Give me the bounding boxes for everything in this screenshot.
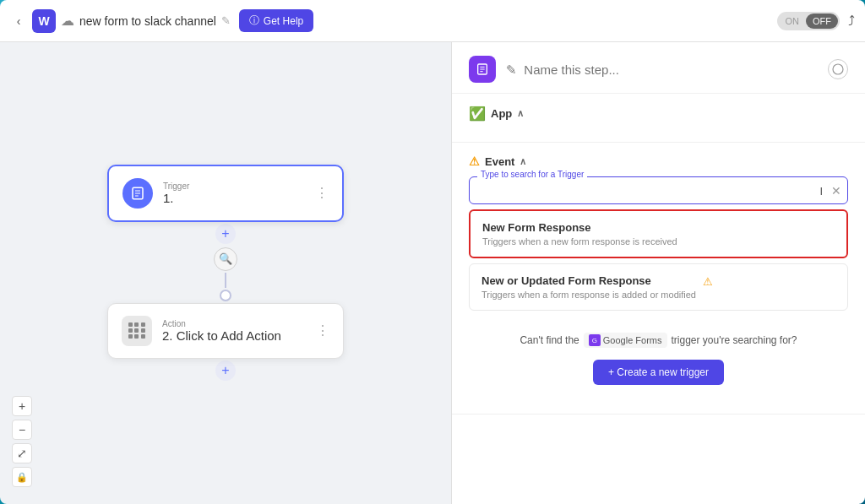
event-section-label: Event	[485, 155, 514, 168]
trigger-node-icon	[122, 178, 153, 209]
get-help-label: Get Help	[264, 15, 303, 27]
connector-line	[225, 273, 226, 288]
create-trigger-button[interactable]: + Create a new trigger	[593, 360, 724, 385]
action-node-icon	[122, 316, 152, 346]
help-icon: ⓘ	[249, 14, 259, 28]
action-node-labels: Action 2. Click to Add Action	[162, 319, 281, 343]
right-panel: ✅ App ∧ ⚠ Event ∧ Type to search for a T…	[451, 42, 865, 504]
trigger-node-menu-button[interactable]: ⋮	[315, 185, 329, 201]
app-wrapper: ‹ W ☁ new form to slack channel ✎ ⓘ Get …	[0, 0, 865, 504]
app-status-ok-icon: ✅	[469, 106, 486, 122]
app-section-title[interactable]: ✅ App ∧	[469, 106, 848, 122]
event-chevron-icon: ∧	[520, 156, 526, 167]
google-forms-icon: G	[589, 334, 601, 346]
cant-find-suffix: trigger you're searching for?	[672, 334, 797, 346]
zoom-out-button[interactable]: −	[12, 420, 32, 440]
action-node-menu-button[interactable]: ⋮	[316, 322, 329, 339]
event-section: ⚠ Event ∧ Type to search for a Trigger I…	[452, 143, 865, 415]
share-icon[interactable]: ⤴	[848, 14, 855, 29]
add-below-plus[interactable]: +	[215, 360, 236, 381]
top-bar-right: ON OFF ⤴	[777, 12, 856, 30]
trigger-option-1-desc: Triggers when a new form response is rec…	[482, 236, 835, 247]
event-search-label: Type to search for a Trigger	[477, 170, 587, 179]
watermark: Screenshot by Xnapper.com	[750, 490, 857, 499]
top-bar: ‹ W ☁ new form to slack channel ✎ ⓘ Get …	[0, 0, 865, 42]
google-forms-label: Google Forms	[603, 335, 662, 345]
get-help-button[interactable]: ⓘ Get Help	[239, 9, 313, 32]
cant-find-text: Can't find the G Google Forms trigger yo…	[486, 333, 831, 348]
app-chevron-icon: ∧	[517, 108, 524, 119]
zoom-lock-button[interactable]: 🔒	[12, 467, 32, 487]
action-label-small: Action	[162, 319, 281, 328]
zoom-fit-button[interactable]: ⤢	[12, 443, 32, 463]
connector-circle	[220, 290, 231, 301]
trigger-option-2-title: New or Updated Form Response	[481, 274, 696, 287]
trigger-option-new-form-response[interactable]: New Form Response Triggers when a new fo…	[469, 209, 848, 258]
cursor-indicator: I	[819, 184, 823, 197]
action-label-large: 2. Click to Add Action	[162, 328, 281, 343]
app-section: ✅ App ∧	[452, 94, 865, 143]
trigger-option-2-content: New or Updated Form Response Triggers wh…	[481, 274, 696, 300]
event-section-title[interactable]: ⚠ Event ∧	[469, 154, 848, 168]
cant-find-section: Can't find the G Google Forms trigger yo…	[469, 316, 848, 402]
app-section-label: App	[491, 107, 512, 120]
svg-point-8	[833, 64, 843, 74]
toggle-off-label: OFF	[806, 14, 838, 29]
main-content: Trigger 1. ⋮ + 🔍	[0, 42, 865, 504]
panel-close-button[interactable]	[828, 59, 848, 79]
toggle-on-label: ON	[779, 14, 807, 29]
trigger-node-labels: Trigger 1.	[163, 182, 189, 205]
trigger-option-2-warn-icon: ⚠	[703, 275, 713, 288]
google-forms-badge: G Google Forms	[584, 333, 667, 348]
back-button[interactable]: ‹	[10, 13, 27, 30]
action-node[interactable]: Action 2. Click to Add Action ⋮	[107, 303, 344, 359]
cloud-icon: ☁	[61, 13, 74, 29]
event-status-warn-icon: ⚠	[469, 154, 480, 168]
event-search-clear-button[interactable]: ✕	[831, 184, 841, 198]
trigger-option-2-desc: Triggers when a form response is added o…	[481, 290, 696, 300]
trigger-label-small: Trigger	[163, 182, 189, 191]
grid-icon	[128, 322, 145, 339]
event-search-container: Type to search for a Trigger I ✕	[469, 176, 848, 204]
trigger-label-large: 1.	[163, 191, 189, 205]
canvas-area: Trigger 1. ⋮ + 🔍	[0, 42, 451, 504]
event-search-input[interactable]	[469, 176, 848, 204]
top-bar-nav: ‹ W ☁ new form to slack channel ✎	[10, 9, 231, 33]
workflow-title: new form to slack channel	[79, 14, 216, 28]
toggle-switch[interactable]: ON OFF	[777, 12, 841, 30]
edit-title-icon[interactable]: ✎	[221, 14, 231, 27]
zoom-in-button[interactable]: +	[12, 396, 32, 416]
trigger-option-1-title: New Form Response	[482, 221, 835, 234]
canvas-nodes: Trigger 1. ⋮ + 🔍	[107, 165, 344, 382]
add-connector-plus[interactable]: +	[215, 224, 236, 244]
panel-name-input[interactable]	[506, 62, 818, 77]
logo-icon: W	[32, 9, 56, 33]
panel-step-icon	[469, 56, 496, 83]
connector-search-icon[interactable]: 🔍	[214, 247, 237, 271]
trigger-option-2-row: New or Updated Form Response Triggers wh…	[481, 274, 835, 300]
cant-find-prefix: Can't find the	[520, 334, 579, 346]
trigger-node[interactable]: Trigger 1. ⋮	[107, 165, 344, 222]
zoom-controls: + − ⤢ 🔒	[12, 396, 32, 487]
trigger-option-new-updated-form-response[interactable]: New or Updated Form Response Triggers wh…	[469, 263, 848, 311]
panel-header	[452, 42, 865, 94]
